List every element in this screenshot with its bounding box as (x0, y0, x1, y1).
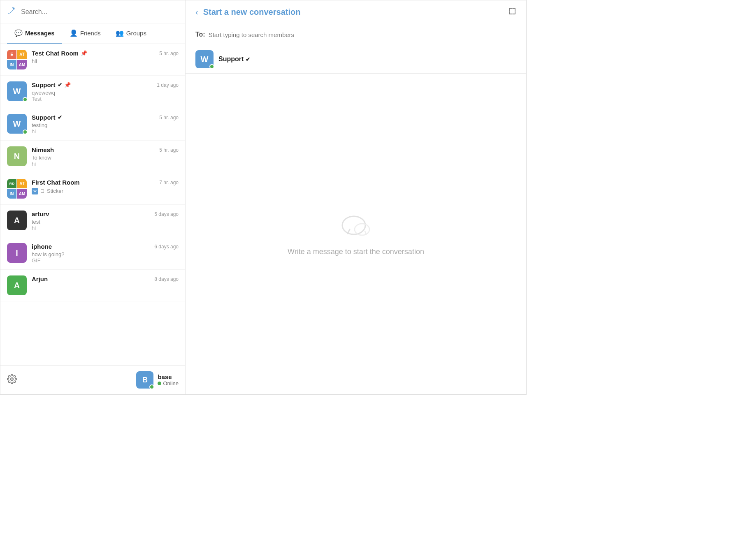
current-user-avatar: B (136, 371, 153, 389)
tab-friends-label: Friends (80, 30, 101, 37)
back-title: ‹ Start a new conversation (195, 7, 300, 17)
to-field: To: (186, 24, 526, 45)
conversation-item[interactable]: W Support ✔ 5 hr. ago testing hi (0, 108, 185, 141)
avatar-single: A (7, 275, 27, 295)
conversation-item[interactable]: N Nimesh 5 hr. ago To know hi (0, 141, 185, 173)
settings-icon[interactable] (7, 374, 17, 386)
online-indicator (23, 130, 28, 134)
conversation-name: arturv (32, 211, 49, 218)
avatar: N (7, 146, 27, 166)
selected-recipient: W Support ✔ (186, 45, 526, 74)
conversation-name: Test Chat Room 📌 (32, 50, 87, 57)
current-user-info: B base Online (136, 371, 179, 389)
groups-tab-icon: 👥 (116, 29, 124, 37)
verified-badge: ✔ (58, 114, 62, 120)
expand-icon[interactable] (508, 7, 516, 17)
conversation-item[interactable]: WD AT IN AM First Chat Room 7 hr. ago W … (0, 173, 185, 205)
avatar-grid-cell: E (7, 50, 16, 59)
conversation-item[interactable]: A Arjun 8 days ago (0, 270, 185, 301)
compose-icon[interactable] (7, 6, 16, 17)
conversation-preview-sub: hi (32, 128, 179, 134)
verified-badge: ✔ (246, 56, 250, 62)
left-panel: 💬 Messages 👤 Friends 👥 Groups E AT IN AM (0, 0, 186, 394)
conversation-item[interactable]: W Support ✔ 📌 1 day ago qwewewq Test (0, 76, 185, 108)
sticker-icon: 🗒 (40, 188, 45, 194)
tab-groups[interactable]: 👥 Groups (108, 23, 154, 44)
to-search-input[interactable] (209, 31, 516, 38)
conversation-body: First Chat Room 7 hr. ago W 🗒 Sticker (32, 179, 179, 194)
to-label: To: (195, 31, 205, 38)
conversation-time: 5 days ago (154, 211, 179, 217)
conversation-name: iphone (32, 243, 52, 250)
svg-point-2 (355, 224, 369, 235)
user-online-dot (149, 384, 154, 389)
conversation-preview-sub: hi (32, 161, 179, 167)
tab-messages[interactable]: 💬 Messages (7, 23, 62, 44)
page-title: Start a new conversation (203, 7, 301, 17)
conversation-header: Arjun 8 days ago (32, 275, 179, 282)
back-arrow-icon[interactable]: ‹ (195, 7, 198, 17)
chat-empty-text: Write a message to start the conversatio… (288, 248, 424, 256)
conversation-preview-sub: GIF (32, 257, 179, 264)
conversation-name: Support ✔ (32, 114, 62, 121)
chat-bubble-illustration (339, 212, 372, 241)
pin-icon: 📌 (81, 50, 87, 56)
avatar: W (7, 81, 27, 101)
pin-icon: 📌 (64, 82, 71, 88)
conversation-preview-sub: Test (32, 96, 179, 102)
conversation-body: Support ✔ 📌 1 day ago qwewewq Test (32, 81, 179, 102)
tabs-nav: 💬 Messages 👤 Friends 👥 Groups (0, 23, 185, 44)
conversation-time: 5 hr. ago (159, 147, 179, 153)
conversation-body: Support ✔ 5 hr. ago testing hi (32, 114, 179, 134)
svg-point-1 (342, 216, 365, 234)
conversation-header: Test Chat Room 📌 5 hr. ago (32, 50, 179, 57)
friends-tab-icon: 👤 (70, 29, 78, 37)
avatar-grid-cell: AM (17, 189, 27, 199)
conversation-time: 6 days ago (154, 244, 179, 250)
conversation-preview-sub: hi (32, 225, 179, 231)
status-dot (158, 382, 161, 385)
avatar-grid-cell: WD (7, 179, 16, 188)
conversation-body: arturv 5 days ago test hi (32, 211, 179, 231)
conversation-header: Support ✔ 📌 1 day ago (32, 81, 179, 88)
mini-avatar: W (32, 188, 38, 194)
tab-messages-label: Messages (25, 30, 55, 37)
online-indicator (23, 97, 28, 102)
conversation-item[interactable]: A arturv 5 days ago test hi (0, 205, 185, 237)
chat-empty-state: Write a message to start the conversatio… (186, 74, 526, 394)
avatar-grid-cell: AT (17, 50, 27, 59)
conversation-item[interactable]: E AT IN AM Test Chat Room 📌 5 hr. ago hi… (0, 44, 185, 76)
bottom-bar: B base Online (0, 365, 185, 394)
conversation-item[interactable]: I iphone 6 days ago how is going? GIF (0, 237, 185, 270)
conversation-preview: hii (32, 58, 179, 64)
search-bar (0, 0, 185, 23)
messages-tab-icon: 💬 (14, 29, 23, 37)
avatar-grid-cell: IN (7, 60, 16, 69)
user-details: base Online (158, 373, 179, 386)
conversation-preview: W 🗒 Sticker (32, 187, 179, 194)
right-panel: ‹ Start a new conversation To: W Support… (186, 0, 526, 394)
search-input[interactable] (21, 8, 179, 16)
avatar-single: N (7, 146, 27, 166)
conversation-body: Test Chat Room 📌 5 hr. ago hii (32, 50, 179, 64)
conversation-preview: To know (32, 155, 179, 161)
user-status: Online (158, 380, 179, 386)
avatar: E AT IN AM (7, 50, 27, 69)
conversation-name: Support ✔ 📌 (32, 81, 71, 88)
avatar: A (7, 211, 27, 230)
conversation-preview: how is going? (32, 251, 179, 257)
conversation-body: iphone 6 days ago how is going? GIF (32, 243, 179, 264)
avatar: WD AT IN AM (7, 179, 27, 199)
tab-friends[interactable]: 👤 Friends (62, 23, 108, 44)
conversation-name: First Chat Room (32, 179, 80, 186)
recipient-name: Support ✔ (218, 56, 250, 63)
right-panel-header: ‹ Start a new conversation (186, 0, 526, 24)
conversation-header: Nimesh 5 hr. ago (32, 146, 179, 153)
conversation-time: 5 hr. ago (159, 51, 179, 56)
conversation-preview: testing (32, 122, 179, 128)
recipient-avatar: W (195, 50, 214, 68)
avatar: I (7, 243, 27, 263)
conversation-time: 7 hr. ago (159, 180, 179, 185)
conversation-body: Nimesh 5 hr. ago To know hi (32, 146, 179, 167)
conversation-body: Arjun 8 days ago (32, 275, 179, 284)
